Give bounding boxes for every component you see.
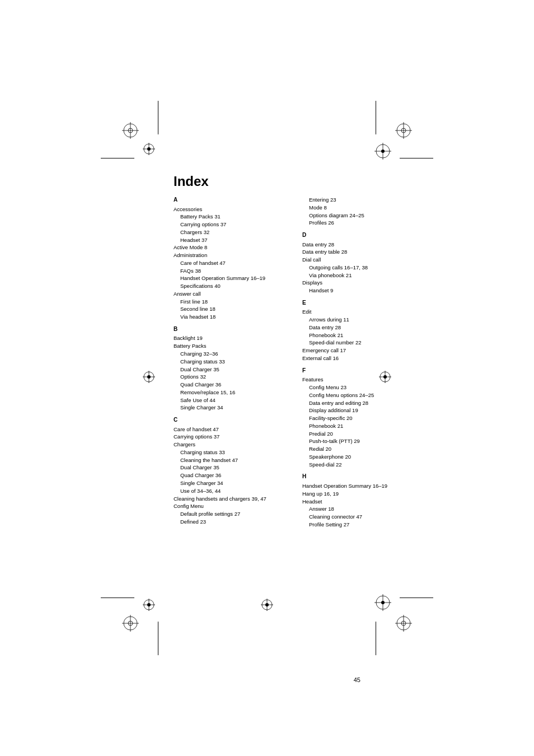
entry-features: Features bbox=[302, 376, 414, 384]
entry-profile-setting-27: Profile Setting 27 bbox=[302, 521, 414, 529]
entry-handset-op-summary-16-19: Handset Operation Summary 16–19 bbox=[302, 482, 414, 490]
entry-carrying-options-37: Carrying options 37 bbox=[174, 221, 285, 228]
entry-single-charger-34-b: Single Charger 34 bbox=[174, 404, 285, 412]
entry-redial-20: Redial 20 bbox=[302, 445, 414, 453]
trim-mark-top-left-h bbox=[101, 158, 134, 158]
entry-answer-call: Answer call bbox=[174, 290, 285, 298]
trim-mark-bottom-right-v bbox=[376, 622, 376, 655]
entry-battery-packs: Battery Packs bbox=[174, 342, 285, 350]
entry-profiles-26: Profiles 26 bbox=[302, 219, 414, 227]
entry-specifications-40: Specifications 40 bbox=[174, 282, 285, 290]
svg-point-35 bbox=[147, 375, 151, 379]
entry-entering-23: Entering 23 bbox=[302, 196, 414, 204]
entry-via-headset-18: Via headset 18 bbox=[174, 313, 285, 321]
index-columns: A Accessories Battery Packs 31 Carrying … bbox=[174, 196, 498, 529]
entry-config-menu-23: Config Menu 23 bbox=[302, 384, 414, 391]
entry-charging-32-36: Charging 32–36 bbox=[174, 350, 285, 358]
trim-mark-bottom-left-h bbox=[101, 598, 134, 598]
page: Index A Accessories Battery Packs 31 Car… bbox=[0, 0, 534, 756]
section-e-letter: E bbox=[302, 299, 414, 307]
entry-faqs-38: FAQs 38 bbox=[174, 267, 285, 275]
entry-handset-op-summary-admin: Handset Operation Summary 16–19 bbox=[174, 274, 285, 282]
entry-push-to-talk-29: Push-to-talk (PTT) 29 bbox=[302, 437, 414, 445]
entry-answer-18: Answer 18 bbox=[302, 505, 414, 513]
trim-mark-top-right-v bbox=[376, 101, 376, 134]
entry-defined-23: Defined 23 bbox=[174, 518, 285, 526]
entry-data-entry-table-28: Data entry table 28 bbox=[302, 248, 414, 256]
entry-speakerphone-20: Speakerphone 20 bbox=[302, 453, 414, 461]
trim-mark-bottom-right-h bbox=[400, 598, 433, 598]
entry-use-of-34-36-44: Use of 34–36, 44 bbox=[174, 487, 285, 495]
entry-headset-37: Headset 37 bbox=[174, 236, 285, 244]
entry-hang-up-16-19: Hang up 16, 19 bbox=[302, 490, 414, 498]
entry-chargers-32: Chargers 32 bbox=[174, 228, 285, 236]
entry-active-mode-8: Active Mode 8 bbox=[174, 244, 285, 251]
entry-mode-8: Mode 8 bbox=[302, 204, 414, 212]
entry-care-of-handset-47: Care of handset 47 bbox=[174, 259, 285, 267]
reg-mark-top-left-outer bbox=[122, 122, 139, 141]
entry-remove-replace-15-16: Remove/replace 15, 16 bbox=[174, 389, 285, 396]
page-number: 45 bbox=[354, 676, 360, 683]
entry-cleaning-handsets-chargers: Cleaning handsets and chargers 39, 47 bbox=[174, 495, 285, 503]
trim-mark-bottom-left-v bbox=[158, 622, 158, 655]
entry-charging-status-33: Charging status 33 bbox=[174, 358, 285, 366]
entry-predial-20: Predial 20 bbox=[302, 430, 414, 438]
svg-point-7 bbox=[147, 147, 151, 151]
entry-facility-specific-20: Facility-specific 20 bbox=[302, 414, 414, 422]
entry-edit: Edit bbox=[302, 308, 414, 316]
entry-safe-use-44: Safe Use of 44 bbox=[174, 396, 285, 404]
entry-via-phonebook-21: Via phonebook 21 bbox=[302, 272, 414, 279]
entry-speed-dial-22: Speed-dial 22 bbox=[302, 461, 414, 469]
entry-displays: Displays bbox=[302, 279, 414, 287]
reg-mark-top-right-outer bbox=[395, 122, 412, 141]
section-f-letter: F bbox=[302, 367, 414, 375]
section-a-letter: A bbox=[174, 196, 285, 204]
reg-mark-bottom-left-outer bbox=[122, 615, 139, 634]
entry-single-charger-34-c: Single Charger 34 bbox=[174, 479, 285, 487]
entry-options-32: Options 32 bbox=[174, 373, 285, 381]
entry-charging-status-33-c: Charging status 33 bbox=[174, 449, 285, 456]
entry-cleaning-connector-47: Cleaning connector 47 bbox=[302, 513, 414, 521]
entry-care-handset-47: Care of handset 47 bbox=[174, 426, 285, 433]
entry-accessories: Accessories bbox=[174, 206, 285, 213]
entry-chargers-c: Chargers bbox=[174, 441, 285, 449]
left-column: A Accessories Battery Packs 31 Carrying … bbox=[174, 196, 285, 529]
entry-data-entry-28: Data entry 28 bbox=[302, 241, 414, 249]
entry-options-diagram-24-25: Options diagram 24–25 bbox=[302, 212, 414, 220]
section-b-letter: B bbox=[174, 325, 285, 334]
svg-point-31 bbox=[381, 601, 385, 604]
entry-config-menu-c: Config Menu bbox=[174, 502, 285, 510]
entry-handset-9: Handset 9 bbox=[302, 287, 414, 295]
entry-dual-charger-35-c: Dual Charger 35 bbox=[174, 464, 285, 472]
entry-data-entry-28-e: Data entry 28 bbox=[302, 324, 414, 332]
entry-headset-h: Headset bbox=[302, 498, 414, 506]
entry-default-profile-27: Default profile settings 27 bbox=[174, 510, 285, 518]
entry-carrying-options-37-c: Carrying options 37 bbox=[174, 433, 285, 441]
reg-mark-bottom-right-outer bbox=[395, 615, 412, 634]
entry-outgoing-calls-16-17-38: Outgoing calls 16–17, 38 bbox=[302, 264, 414, 272]
entry-data-entry-editing-28: Data entry and editing 28 bbox=[302, 399, 414, 407]
entry-config-menu-options-24-25: Config Menu options 24–25 bbox=[302, 391, 414, 399]
entry-dial-call: Dial call bbox=[302, 256, 414, 264]
entry-administration: Administration bbox=[174, 251, 285, 259]
reg-mark-left-mid bbox=[143, 371, 155, 385]
entry-arrows-during-11: Arrows during 11 bbox=[302, 316, 414, 324]
svg-point-23 bbox=[147, 603, 151, 606]
entry-cleaning-handset-47: Cleaning the handset 47 bbox=[174, 456, 285, 464]
entry-second-line-18: Second line 18 bbox=[174, 305, 285, 313]
entry-speed-dial-number-22: Speed-dial number 22 bbox=[302, 339, 414, 347]
entry-quad-charger-36: Quad Charger 36 bbox=[174, 381, 285, 389]
index-title: Index bbox=[174, 174, 498, 189]
entry-external-call-16: External call 16 bbox=[302, 354, 414, 362]
content-area: Index A Accessories Battery Packs 31 Car… bbox=[174, 174, 498, 529]
trim-mark-top-right-h bbox=[400, 158, 433, 158]
trim-mark-top-left-v bbox=[158, 101, 158, 134]
reg-mark-top-right-inner bbox=[374, 143, 391, 162]
section-h-letter: H bbox=[302, 473, 414, 481]
reg-mark-top-left-inner bbox=[143, 143, 155, 157]
entry-phonebook-21-f: Phonebook 21 bbox=[302, 422, 414, 430]
section-c-letter: C bbox=[174, 416, 285, 424]
entry-first-line-18: First line 18 bbox=[174, 298, 285, 306]
section-d-letter: D bbox=[302, 231, 414, 240]
entry-display-additional-19: Display additional 19 bbox=[302, 407, 414, 414]
